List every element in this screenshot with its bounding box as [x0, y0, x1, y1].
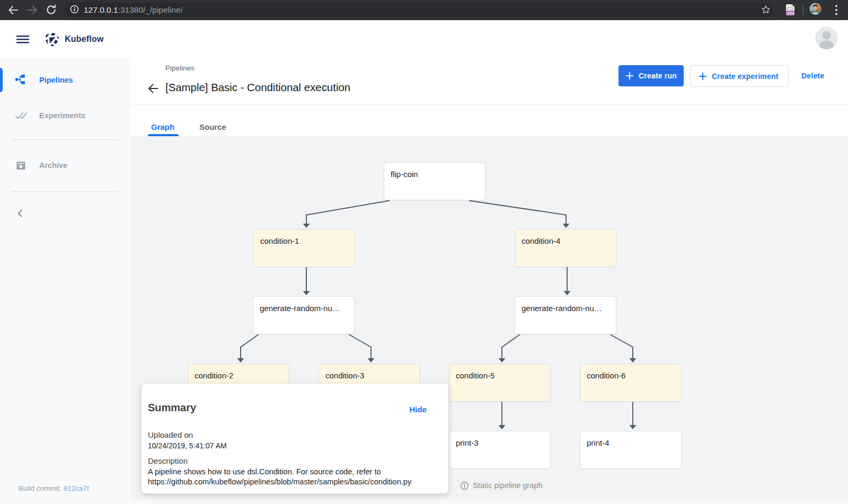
- svg-text:{:}: {:}: [787, 7, 793, 11]
- svg-text:JSON: JSON: [787, 12, 794, 15]
